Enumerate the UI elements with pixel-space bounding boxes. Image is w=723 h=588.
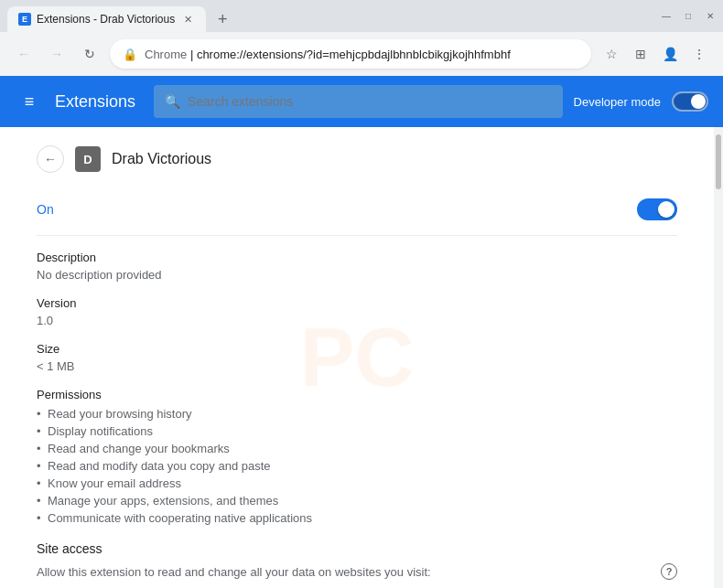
search-input[interactable] [188, 94, 552, 109]
extension-name: Drab Victorious [112, 151, 211, 167]
extension-toggle-label: On [37, 202, 54, 217]
toggle-knob [691, 94, 706, 109]
permissions-list: Read your browsing history Display notif… [37, 405, 677, 527]
tab-close-button[interactable]: ✕ [180, 12, 195, 27]
ext-navigation: ← D Drab Victorious [37, 145, 677, 173]
size-section: Size < 1 MB [37, 342, 677, 373]
omnibox[interactable]: 🔒 Chrome | chrome://extensions/?id=mehjc… [110, 39, 591, 69]
minimize-button[interactable]: — [661, 11, 672, 22]
scrollbar[interactable] [714, 127, 723, 588]
description-label: Description [37, 251, 677, 264]
permission-item: Read and change your bookmarks [37, 440, 677, 457]
permission-item: Communicate with cooperating native appl… [37, 509, 677, 527]
extension-toggle-section: On [37, 191, 677, 236]
maximize-button[interactable]: □ [683, 11, 694, 22]
permission-item: Read your browsing history [37, 405, 677, 422]
extensions-title: Extensions [55, 92, 135, 112]
window-controls: — □ ✕ [661, 11, 716, 22]
sidebar-menu-button[interactable]: ≡ [15, 87, 44, 116]
permissions-label: Permissions [37, 388, 677, 401]
permissions-section: Permissions Read your browsing history D… [37, 388, 677, 527]
site-access-title: Site access [37, 541, 677, 556]
permission-item: Read and modify data you copy and paste [37, 457, 677, 475]
bookmark-button[interactable]: ☆ [599, 41, 624, 67]
url-separator: | [190, 48, 197, 61]
help-icon[interactable]: ? [661, 563, 677, 580]
permission-item: Display notifications [37, 422, 677, 440]
extensions-button[interactable]: ⊞ [628, 41, 653, 67]
profile-button[interactable]: 👤 [657, 41, 683, 67]
forward-button[interactable]: → [44, 41, 70, 67]
main-content: ← D Drab Victorious On Description No de… [0, 127, 723, 588]
tab-bar: E Extensions - Drab Victorious ✕ + [7, 0, 235, 32]
close-button[interactable]: ✕ [705, 11, 716, 22]
back-to-extensions-button[interactable]: ← [37, 145, 64, 173]
version-label: Version [37, 296, 677, 310]
developer-mode-label: Developer mode [574, 95, 661, 109]
address-bar: ← → ↻ 🔒 Chrome | chrome://extensions/?id… [0, 32, 723, 76]
toolbar-icons: ☆ ⊞ 👤 ⋮ [599, 41, 712, 67]
extension-logo: D [75, 146, 101, 172]
title-bar: E Extensions - Drab Victorious ✕ + — □ ✕ [0, 0, 723, 32]
extension-toggle[interactable] [637, 198, 677, 220]
new-tab-button[interactable]: + [210, 6, 235, 32]
site-access-section: Site access Allow this extension to read… [37, 541, 677, 588]
search-icon: 🔍 [165, 94, 180, 109]
search-box[interactable]: 🔍 [154, 85, 563, 118]
size-label: Size [37, 342, 677, 356]
permission-item: Manage your apps, extensions, and themes [37, 492, 677, 509]
site-access-description: Allow this extension to read and change … [37, 563, 677, 580]
chrome-label: Chrome [145, 48, 187, 61]
site-access-desc-text: Allow this extension to read and change … [37, 565, 431, 579]
tab-title: Extensions - Drab Victorious [37, 13, 175, 26]
permission-item: Know your email address [37, 475, 677, 492]
extensions-header: ≡ Extensions 🔍 Developer mode [0, 76, 723, 127]
menu-button[interactable]: ⋮ [686, 41, 712, 67]
extension-detail: ← D Drab Victorious On Description No de… [0, 127, 714, 588]
omnibox-text: Chrome | chrome://extensions/?id=mehjcpb… [145, 48, 578, 61]
active-tab[interactable]: E Extensions - Drab Victorious ✕ [7, 6, 206, 32]
developer-mode-toggle[interactable] [672, 91, 708, 112]
back-button[interactable]: ← [11, 41, 37, 67]
extension-toggle-knob [658, 201, 674, 218]
version-section: Version 1.0 [37, 296, 677, 327]
refresh-button[interactable]: ↻ [77, 41, 103, 67]
scrollbar-thumb[interactable] [716, 134, 721, 189]
content-area: ← D Drab Victorious On Description No de… [0, 127, 714, 588]
description-value: No description provided [37, 268, 677, 282]
tab-favicon: E [18, 13, 31, 26]
description-section: Description No description provided [37, 251, 677, 282]
version-value: 1.0 [37, 314, 677, 327]
size-value: < 1 MB [37, 359, 677, 373]
secure-icon: 🔒 [123, 48, 137, 61]
url-text: chrome://extensions/?id=mehjcpbdajlbhnbl… [197, 48, 511, 61]
